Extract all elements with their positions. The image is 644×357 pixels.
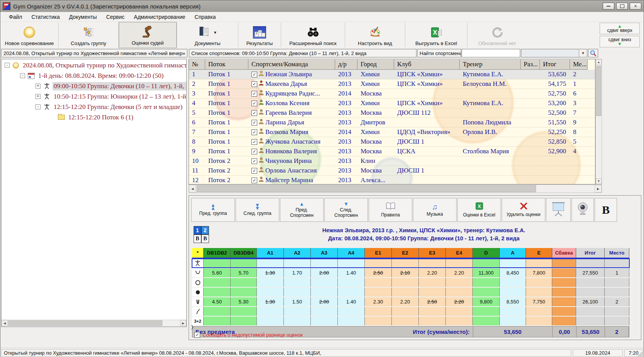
table-row[interactable]: 12Поток 2✓Майстер Марина2013Алекса...: [189, 176, 595, 184]
score-cell[interactable]: [605, 259, 629, 268]
score-cell[interactable]: [311, 259, 338, 268]
score-cell[interactable]: 2.30: [365, 297, 392, 306]
column-header[interactable]: д/р: [335, 59, 357, 70]
score-cell[interactable]: 27,550: [576, 268, 605, 277]
scroll-right-arrow[interactable]: ▶: [180, 320, 186, 326]
panel-collapse-arrow[interactable]: ❭: [190, 323, 195, 330]
score-cell[interactable]: [473, 259, 500, 268]
scroll-up-arrow[interactable]: ▲: [596, 59, 602, 65]
score-cell[interactable]: 26,100: [576, 297, 605, 306]
score-cell[interactable]: [552, 288, 576, 297]
menu-service[interactable]: Сервис: [101, 13, 129, 21]
score-cell[interactable]: [473, 307, 500, 316]
score-cell[interactable]: [576, 307, 605, 316]
score-cell[interactable]: 8,450: [500, 268, 526, 277]
score-cell[interactable]: 5.60: [204, 268, 231, 277]
tab-b1[interactable]: В: [194, 235, 201, 243]
table-row[interactable]: 2Поток 1✓Макеева Дарья2013ХимкиЦПСК «Хим…: [189, 79, 595, 89]
minus-expander-icon[interactable]: -: [5, 63, 10, 68]
score-cell[interactable]: 7,750: [526, 297, 552, 306]
score-cell[interactable]: 1.40: [338, 297, 365, 306]
new-competition-button[interactable]: Новое соревнование: [0, 22, 58, 48]
score-cell[interactable]: 5.70: [231, 268, 257, 277]
score-cell[interactable]: [526, 307, 552, 316]
score-cell[interactable]: 2.20: [446, 297, 473, 306]
customize-view-button[interactable]: Настроить вид: [345, 22, 405, 48]
score-cell[interactable]: [605, 317, 629, 325]
documents-button[interactable]: ▼ Документы: [177, 22, 238, 48]
score-cell[interactable]: [576, 278, 605, 287]
score-cell[interactable]: [311, 278, 338, 287]
score-cell[interactable]: 2.10: [392, 268, 419, 277]
score-cell[interactable]: [446, 278, 473, 287]
tab-1[interactable]: 1: [194, 226, 201, 235]
minus-expander-icon[interactable]: -: [20, 73, 25, 78]
score-cell[interactable]: 11,300: [473, 268, 500, 277]
score-cell[interactable]: [526, 259, 552, 268]
delete-scores-button[interactable]: Удалить оценки: [502, 198, 545, 222]
menu-help[interactable]: Справка: [190, 13, 221, 21]
score-cell[interactable]: 2.00: [311, 297, 338, 306]
score-cell[interactable]: [500, 259, 526, 268]
menu-documents[interactable]: Документы: [64, 13, 101, 21]
athlete-checkbox[interactable]: ✓: [251, 110, 257, 116]
score-cell[interactable]: 1: [605, 268, 629, 277]
results-button[interactable]: 2 1 Результаты: [238, 22, 281, 48]
score-cell[interactable]: [392, 278, 419, 287]
score-cell[interactable]: [311, 288, 338, 297]
find-athlete-input[interactable]: [462, 49, 520, 57]
score-cell[interactable]: [392, 307, 419, 316]
score-cell[interactable]: [257, 288, 284, 297]
table-row[interactable]: 5Поток 1✓Гареева Валерия2013МоскваДЮСШ 1…: [189, 108, 595, 118]
score-cell[interactable]: [419, 278, 446, 287]
column-header[interactable]: №: [189, 59, 205, 70]
score-cell[interactable]: [552, 259, 576, 268]
tree-item[interactable]: -2024.08.08, Открытый турнир по Художест…: [2, 60, 186, 70]
advanced-search-button[interactable]: Расширенный поиск: [281, 22, 345, 48]
score-cell[interactable]: [365, 307, 392, 316]
score-cell[interactable]: 1.50: [284, 297, 311, 306]
score-cell[interactable]: 8,550: [500, 297, 526, 306]
score-cell[interactable]: [526, 288, 552, 297]
warning-checkbox[interactable]: ✓: [194, 332, 200, 338]
score-cell[interactable]: [365, 288, 392, 297]
score-cell[interactable]: [500, 278, 526, 287]
score-cell[interactable]: 7,800: [526, 268, 552, 277]
table-row[interactable]: 11Поток 2✓Орлова Анастасия2013МоскваДЮСШ…: [189, 166, 595, 176]
column-header[interactable]: Город: [357, 59, 394, 70]
table-row[interactable]: 6Поток 1✓Ларина Дарья2013ДмитровПопова Л…: [189, 118, 595, 127]
resize-grip[interactable]: [637, 352, 643, 357]
score-cell[interactable]: [338, 288, 365, 297]
score-cell[interactable]: [576, 259, 605, 268]
score-cell[interactable]: [231, 307, 257, 316]
score-cell[interactable]: [257, 259, 284, 268]
minimize-button[interactable]: [603, 3, 614, 10]
scroll-thumb[interactable]: [596, 66, 601, 116]
score-cell[interactable]: [365, 317, 392, 325]
score-cell[interactable]: [605, 288, 629, 297]
score-cell[interactable]: [392, 317, 419, 325]
column-header[interactable]: Спортсмен/Команда: [248, 59, 335, 70]
tree-horizontal-scrollbar[interactable]: ◀ ▶: [2, 320, 186, 327]
next-group-button[interactable]: ▼▼ След. группа: [236, 198, 279, 222]
menu-file[interactable]: Файл: [4, 13, 27, 21]
score-cell[interactable]: [552, 268, 576, 277]
score-cell[interactable]: 1.70: [284, 268, 311, 277]
score-cell[interactable]: [446, 307, 473, 316]
score-cell[interactable]: [500, 317, 526, 325]
tree-item[interactable]: -12:15-12:20 Группа: Девочки (5 лет и мл…: [2, 102, 186, 112]
score-cell[interactable]: [473, 288, 500, 297]
create-group-button[interactable]: Создать группу: [59, 22, 118, 48]
score-cell[interactable]: 1.40: [338, 268, 365, 277]
score-cell[interactable]: 9,800: [473, 297, 500, 306]
athlete-checkbox[interactable]: ✓: [251, 178, 257, 183]
scores-excel-button[interactable]: X Оценки в Excel: [457, 198, 501, 222]
plus-expander-icon[interactable]: +: [35, 94, 40, 99]
table-row[interactable]: 9Поток 1✓Новикова Валерия2013МоскваЦСКАС…: [189, 147, 595, 156]
score-cell[interactable]: [365, 259, 392, 268]
column-header[interactable]: Тренер: [460, 59, 521, 70]
tree-item[interactable]: 12:15-12:20 Поток 6 (1): [2, 112, 186, 122]
score-cell[interactable]: [576, 317, 605, 325]
score-cell[interactable]: [257, 307, 284, 316]
prev-group-button[interactable]: ▲▲ Пред. группа: [191, 198, 235, 222]
